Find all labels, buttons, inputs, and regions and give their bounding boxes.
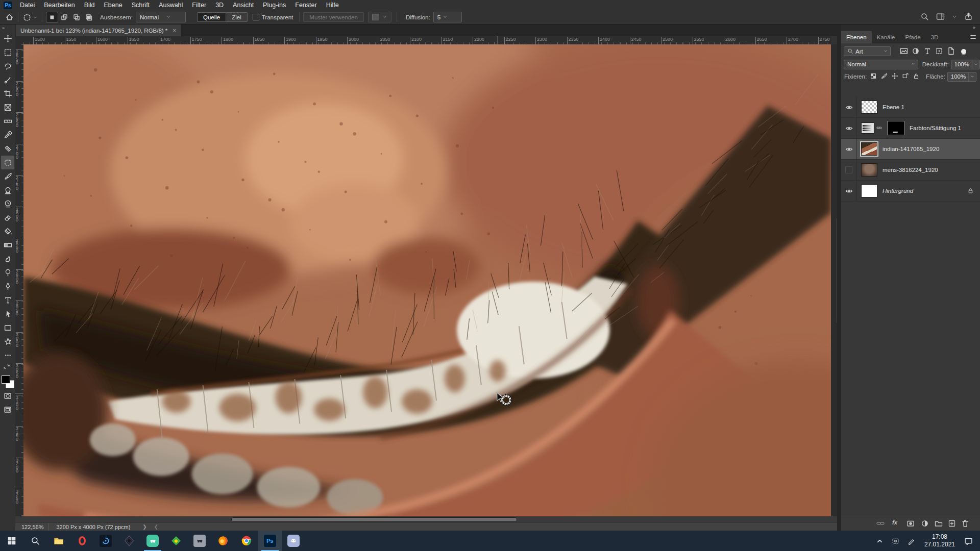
- tool-eraser-icon[interactable]: [1, 211, 14, 224]
- patch-mode-select[interactable]: Normal: [136, 12, 186, 22]
- deckkraft-value[interactable]: 100%: [951, 60, 980, 69]
- taskbar-app-goggles-icon[interactable]: [188, 531, 211, 551]
- tool-move-icon[interactable]: [1, 32, 14, 45]
- quick-mask-icon[interactable]: [1, 389, 14, 403]
- workspace-switcher-icon[interactable]: [936, 12, 945, 22]
- panel-tab-pfade[interactable]: Pfade: [900, 31, 925, 43]
- menu-3d[interactable]: 3D: [211, 2, 228, 9]
- status-arrow-icon[interactable]: ❯: [142, 524, 146, 530]
- new-group-icon[interactable]: [935, 519, 943, 529]
- tool-type-icon[interactable]: [1, 293, 14, 307]
- notification-icon[interactable]: [960, 537, 980, 545]
- menu-schrift[interactable]: Schrift: [127, 2, 154, 9]
- delete-layer-icon[interactable]: [961, 519, 969, 529]
- layer-name[interactable]: indian-1417065_1920: [883, 146, 939, 152]
- layer-name[interactable]: Farbton/Sättigung 1: [910, 125, 961, 131]
- filter-toggle[interactable]: [961, 49, 966, 54]
- menu-ansicht[interactable]: Ansicht: [228, 2, 258, 9]
- home-icon[interactable]: [4, 12, 14, 22]
- mask-link-icon[interactable]: [876, 125, 882, 132]
- patch-tool-icon[interactable]: [22, 12, 32, 22]
- tool-paint-bucket-icon[interactable]: [1, 224, 14, 238]
- taskbar-clock[interactable]: 17:08 27.01.2021: [919, 533, 960, 548]
- layer-mask-thumbnail[interactable]: [887, 121, 904, 135]
- panel-tab-3d[interactable]: 3D: [926, 31, 944, 43]
- tool-lasso-icon[interactable]: [1, 59, 14, 73]
- taskbar-bluestacks-icon[interactable]: [164, 531, 188, 551]
- taskbar-start-button-icon[interactable]: [0, 531, 23, 551]
- menu-plug-ins[interactable]: Plug-ins: [258, 2, 290, 9]
- tray-pen-icon[interactable]: [903, 537, 919, 545]
- lock-position-icon[interactable]: [891, 72, 898, 81]
- lock-pixels-icon[interactable]: [880, 72, 888, 81]
- zoom-level-field[interactable]: 122,56%: [15, 523, 49, 531]
- chevron-down-icon[interactable]: [952, 14, 957, 20]
- layer-visibility-toggle[interactable]: [841, 139, 857, 159]
- taskbar-taskbar-search-icon[interactable]: [23, 531, 47, 551]
- canvas-image[interactable]: [23, 44, 831, 516]
- ziel-button[interactable]: Ziel: [226, 12, 248, 22]
- menu-fenster[interactable]: Fenster: [290, 2, 321, 9]
- smart-object-filter-icon[interactable]: [947, 47, 955, 56]
- subtract-selection-icon[interactable]: [71, 12, 82, 22]
- tool-smudge-icon[interactable]: [1, 252, 14, 266]
- tool-quick-selection-icon[interactable]: [1, 73, 14, 87]
- tool-rectangular-marquee-icon[interactable]: [1, 45, 14, 59]
- diffusion-select[interactable]: 5: [433, 12, 462, 22]
- new-layer-icon[interactable]: [948, 519, 956, 529]
- taskbar-chrome-icon[interactable]: [235, 531, 258, 551]
- menu-filter[interactable]: Filter: [187, 2, 211, 9]
- tool-eyedropper-icon[interactable]: [1, 128, 14, 142]
- add-selection-icon[interactable]: [59, 12, 70, 22]
- taskbar-opera-browser-icon[interactable]: [70, 531, 94, 551]
- panel-tab-ebenen[interactable]: Ebenen: [841, 31, 872, 43]
- layer-filter-select[interactable]: Art: [844, 46, 891, 56]
- tool-history-brush-icon[interactable]: [1, 197, 14, 211]
- tool-rectangle-shape-icon[interactable]: [1, 321, 14, 335]
- chevron-down-icon[interactable]: [32, 12, 38, 22]
- panel-tab-kan-le[interactable]: Kanäle: [872, 31, 900, 43]
- new-selection-icon[interactable]: [46, 12, 58, 22]
- share-icon[interactable]: [964, 12, 973, 22]
- status-arrow-icon[interactable]: ❮: [154, 524, 158, 530]
- foreground-color-swatch[interactable]: [2, 375, 10, 384]
- layer-name[interactable]: mens-3816224_1920: [883, 167, 938, 173]
- layer-visibility-toggle[interactable]: [841, 160, 857, 180]
- tool-frame-icon[interactable]: [1, 101, 14, 114]
- transparent-checkbox[interactable]: [253, 14, 259, 20]
- type-filter-icon[interactable]: [923, 47, 932, 56]
- taskbar-firefox-icon[interactable]: [211, 531, 235, 551]
- tool-pen-icon[interactable]: [1, 280, 14, 293]
- layer-row-farbton-s-ttigung-1[interactable]: Farbton/Sättigung 1: [841, 118, 980, 139]
- quelle-button[interactable]: Quelle: [197, 12, 226, 22]
- adjustment-layer-thumbnail[interactable]: [861, 122, 874, 134]
- tool-gradient-icon[interactable]: [1, 238, 14, 252]
- menu-auswahl[interactable]: Auswahl: [154, 2, 187, 9]
- link-layers-icon[interactable]: [876, 519, 885, 529]
- muster-verwenden-button[interactable]: Muster verwenden: [303, 12, 364, 22]
- taskbar-photoshop-icon[interactable]: Ps: [258, 531, 282, 551]
- tool-custom-shape-icon[interactable]: [1, 335, 14, 348]
- lock-all-icon[interactable]: [913, 72, 920, 81]
- taskbar-app-blue-swirl-icon[interactable]: [94, 531, 117, 551]
- tool-healing-brush-icon[interactable]: [1, 142, 14, 156]
- taskbar-app-dark-diamond-icon[interactable]: [117, 531, 141, 551]
- taskbar-discord-icon[interactable]: [282, 531, 305, 551]
- taskbar-file-explorer-icon[interactable]: [47, 531, 70, 551]
- layer-name[interactable]: Ebene 1: [883, 104, 904, 110]
- layer-name[interactable]: Hintergrund: [883, 188, 913, 194]
- vertical-scrollbar[interactable]: [831, 44, 837, 516]
- tray-snip-icon[interactable]: [888, 537, 903, 545]
- search-icon[interactable]: [920, 12, 929, 22]
- layer-row-mens-3816224-1920[interactable]: mens-3816224_1920: [841, 160, 980, 181]
- tool-crop-icon[interactable]: [1, 87, 14, 101]
- swap-colors-icon[interactable]: [3, 363, 12, 370]
- image-filter-icon[interactable]: [900, 47, 908, 56]
- menu-bild[interactable]: Bild: [80, 2, 100, 9]
- horizontal-scrollbar-thumb[interactable]: [231, 517, 517, 522]
- layer-row-hintergrund[interactable]: Hintergrund: [841, 181, 980, 202]
- lock-artboard-icon[interactable]: [902, 72, 909, 81]
- document-tab[interactable]: Unbenannt-1 bei 123% (indian-1417065_192…: [16, 24, 181, 36]
- tool-dodge-icon[interactable]: [1, 266, 14, 280]
- tab-close-icon[interactable]: ×: [173, 27, 176, 34]
